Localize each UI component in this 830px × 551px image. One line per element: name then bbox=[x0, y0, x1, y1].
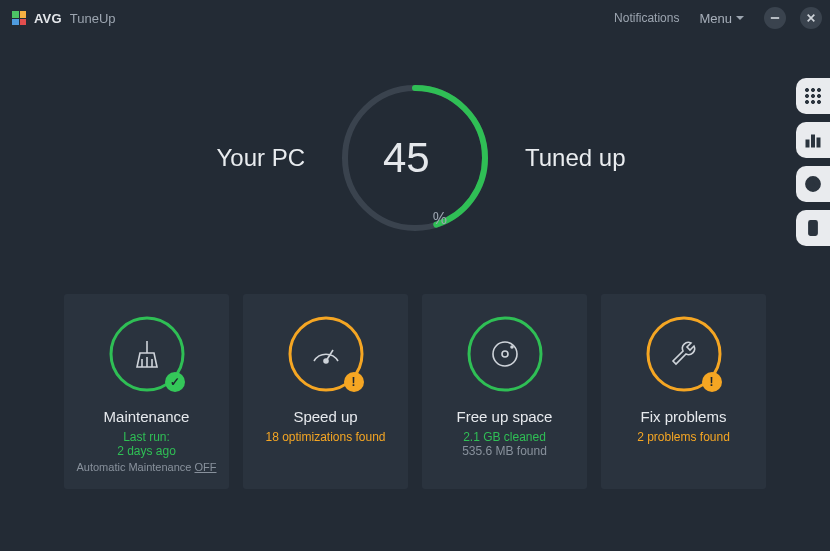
history-icon bbox=[804, 175, 822, 193]
menu-dropdown[interactable]: Menu bbox=[693, 7, 750, 30]
status-hero: Your PC 45 % Tuned up bbox=[0, 78, 830, 238]
svg-rect-11 bbox=[812, 135, 815, 147]
svg-point-4 bbox=[805, 94, 808, 97]
svg-point-5 bbox=[811, 94, 814, 97]
tile-speed-up[interactable]: ! Speed up 18 optimizations found bbox=[243, 294, 408, 489]
check-badge-icon: ✓ bbox=[165, 372, 185, 392]
tile-row: ✓ Maintenance Last run: 2 days ago Autom… bbox=[0, 294, 830, 489]
warning-badge-icon: ! bbox=[344, 372, 364, 392]
svg-point-7 bbox=[805, 100, 808, 103]
progress-percent-sign: % bbox=[433, 210, 447, 228]
tile-title: Free up space bbox=[432, 408, 577, 425]
bar-chart-icon bbox=[804, 131, 822, 149]
right-dock bbox=[796, 78, 830, 246]
tile-fix-problems-icon: ! bbox=[642, 312, 726, 396]
brand-name: AVG bbox=[34, 11, 62, 26]
svg-point-3 bbox=[817, 88, 820, 91]
phone-icon bbox=[804, 219, 822, 237]
title-bar: AVG TuneUp Notifications Menu bbox=[0, 0, 830, 36]
svg-point-20 bbox=[324, 359, 328, 363]
svg-point-1 bbox=[805, 88, 808, 91]
product-name: TuneUp bbox=[70, 11, 116, 26]
tile-fix-problems[interactable]: ! Fix problems 2 problems found bbox=[601, 294, 766, 489]
tile-title: Maintenance bbox=[74, 408, 219, 425]
grid-icon bbox=[804, 87, 822, 105]
tile-subtext-1: 2.1 GB cleaned bbox=[432, 430, 577, 444]
progress-percent: 45 bbox=[383, 134, 430, 182]
broom-icon bbox=[130, 337, 164, 371]
tile-subtext-2: 2 days ago bbox=[74, 444, 219, 458]
tile-subtext-1: 2 problems found bbox=[611, 430, 756, 444]
tile-subtext-3: Automatic Maintenance OFF bbox=[74, 461, 219, 473]
gauge-icon bbox=[309, 337, 343, 371]
dock-history-button[interactable] bbox=[796, 166, 830, 202]
svg-rect-0 bbox=[771, 17, 779, 19]
svg-point-24 bbox=[511, 346, 513, 348]
tile-subtext-1: 18 optimizations found bbox=[253, 430, 398, 444]
dock-apps-button[interactable] bbox=[796, 78, 830, 114]
svg-rect-12 bbox=[817, 138, 820, 147]
tile-subtext-1: Last run: bbox=[74, 430, 219, 444]
tile-title: Fix problems bbox=[611, 408, 756, 425]
tile-free-space[interactable]: Free up space 2.1 GB cleaned 535.6 MB fo… bbox=[422, 294, 587, 489]
warning-badge-icon: ! bbox=[702, 372, 722, 392]
tile-maintenance-icon: ✓ bbox=[105, 312, 189, 396]
tile-subtext-2: 535.6 MB found bbox=[432, 444, 577, 458]
close-button[interactable] bbox=[800, 7, 822, 29]
svg-point-9 bbox=[817, 100, 820, 103]
svg-rect-10 bbox=[806, 140, 809, 147]
minimize-button[interactable] bbox=[764, 7, 786, 29]
hero-right-label: Tuned up bbox=[525, 144, 675, 172]
svg-point-15 bbox=[812, 232, 814, 234]
menu-label: Menu bbox=[699, 11, 732, 26]
tile-free-space-icon bbox=[463, 312, 547, 396]
tile-speed-up-icon: ! bbox=[284, 312, 368, 396]
svg-point-6 bbox=[817, 94, 820, 97]
svg-point-8 bbox=[811, 100, 814, 103]
svg-point-22 bbox=[493, 342, 517, 366]
dock-stats-button[interactable] bbox=[796, 122, 830, 158]
dock-mobile-button[interactable] bbox=[796, 210, 830, 246]
notifications-link[interactable]: Notifications bbox=[608, 7, 685, 29]
tile-title: Speed up bbox=[253, 408, 398, 425]
tile-maintenance[interactable]: ✓ Maintenance Last run: 2 days ago Autom… bbox=[64, 294, 229, 489]
disk-icon bbox=[488, 337, 522, 371]
chevron-down-icon bbox=[736, 16, 744, 20]
avg-logo-icon bbox=[12, 11, 26, 25]
svg-point-23 bbox=[502, 351, 508, 357]
hero-left-label: Your PC bbox=[155, 144, 305, 172]
wrench-icon bbox=[666, 336, 702, 372]
progress-ring: 45 % bbox=[335, 78, 495, 238]
svg-point-2 bbox=[811, 88, 814, 91]
